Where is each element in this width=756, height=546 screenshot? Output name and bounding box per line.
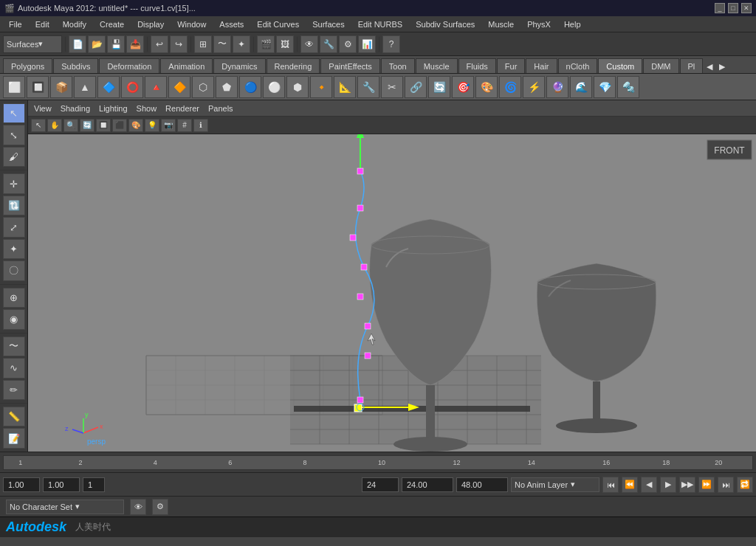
anim-layer-dropdown[interactable]: No Anim Layer▾	[511, 477, 599, 492]
shelf-icon-25[interactable]: 🌊	[570, 76, 592, 98]
menu-create[interactable]: Create	[94, 18, 130, 30]
open-btn[interactable]: 📂	[88, 35, 106, 53]
shelf-icon-14[interactable]: 🔸	[310, 76, 332, 98]
shelf-icon-21[interactable]: 🎨	[475, 76, 498, 98]
shelf-tab-toon[interactable]: Toon	[381, 58, 415, 73]
shelf-tab-arrow-left[interactable]: ◀	[704, 61, 715, 73]
vp-grid-btn[interactable]: #	[177, 119, 192, 132]
shelf-tab-polygons[interactable]: Polygons	[3, 58, 52, 73]
vp-menu-show[interactable]: Show	[137, 104, 157, 113]
tool-settings-btn[interactable]: ⚙	[339, 35, 357, 53]
vp-texture-btn[interactable]: 🎨	[128, 119, 143, 132]
shelf-tab-hair[interactable]: Hair	[526, 58, 557, 73]
playback-speed-field[interactable]: 1.00	[43, 477, 80, 492]
vp-pan-btn[interactable]: ✋	[47, 119, 62, 132]
vp-smooth-btn[interactable]: ⬛	[112, 119, 127, 132]
measure-tool[interactable]: 📏	[3, 407, 25, 426]
universal-tool[interactable]: ✦	[3, 239, 25, 259]
vp-light-btn[interactable]: 💡	[145, 119, 159, 132]
shelf-icon-13[interactable]: ⬢	[286, 76, 309, 98]
menu-edit-nurbs[interactable]: Edit NURBS	[352, 18, 409, 30]
close-button[interactable]: ✕	[741, 3, 752, 13]
maximize-button[interactable]: □	[728, 3, 738, 13]
shelf-icon-2[interactable]: 🔲	[27, 76, 49, 98]
range-start-field[interactable]: 24	[362, 477, 399, 492]
char-set-dropdown[interactable]: No Character Set▾	[6, 500, 124, 514]
vp-menu-renderer[interactable]: Renderer	[165, 104, 199, 113]
titlebar-controls[interactable]: _ □ ✕	[715, 3, 752, 13]
paint-select-tool[interactable]: 🖌	[3, 147, 25, 167]
frame-field[interactable]: 1	[83, 477, 105, 492]
shelf-tab-ncloth[interactable]: nCloth	[558, 58, 598, 73]
shelf-tab-muscle[interactable]: Muscle	[416, 58, 458, 73]
shelf-icon-26[interactable]: 💎	[594, 76, 616, 98]
shelf-icon-19[interactable]: 🔄	[428, 76, 450, 98]
timeline-area[interactable]: 1 2 4 6 8 10 12 14 16 18 20	[3, 455, 753, 470]
shelf-tab-fluids[interactable]: Fluids	[458, 58, 496, 73]
shelf-icon-9[interactable]: ⬡	[192, 76, 214, 98]
shelf-tab-animation[interactable]: Animation	[160, 58, 213, 73]
shelf-tab-custom[interactable]: Custom	[598, 58, 642, 73]
transport-goto-end[interactable]: ⏭	[718, 477, 734, 493]
menu-edit[interactable]: Edit	[30, 18, 55, 30]
shelf-tab-dynamics[interactable]: Dynamics	[213, 58, 265, 73]
shelf-icon-15[interactable]: 📐	[334, 76, 356, 98]
shelf-icon-4[interactable]: ▲	[74, 76, 96, 98]
scale-tool[interactable]: ⤢	[3, 217, 25, 237]
save-btn[interactable]: 💾	[107, 35, 125, 53]
annotation-tool[interactable]: 📝	[3, 428, 25, 448]
move-tool[interactable]: ✛	[3, 173, 25, 193]
transport-next-key[interactable]: ⏩	[698, 477, 715, 493]
status-icon-1[interactable]: 👁	[130, 499, 146, 515]
shelf-icon-11[interactable]: 🔵	[239, 76, 261, 98]
minimize-button[interactable]: _	[715, 3, 725, 13]
render-btn[interactable]: 🎬	[257, 35, 275, 53]
menu-window[interactable]: Window	[171, 18, 212, 30]
vp-menu-view[interactable]: View	[34, 104, 52, 113]
shelf-icon-5[interactable]: 🔷	[97, 76, 120, 98]
menu-help[interactable]: Help	[558, 18, 587, 30]
help-btn[interactable]: ?	[382, 35, 400, 53]
sculpt-tool[interactable]: ◉	[3, 309, 25, 329]
import-btn[interactable]: 📥	[126, 35, 144, 53]
shelf-icon-18[interactable]: 🔗	[405, 76, 427, 98]
shelf-tab-rendering[interactable]: Rendering	[267, 58, 320, 73]
menu-physx[interactable]: PhysX	[521, 18, 557, 30]
lasso-tool[interactable]: ⤡	[3, 125, 25, 145]
shelf-icon-1[interactable]: ⬜	[3, 76, 25, 98]
current-time-field[interactable]: 1.00	[3, 477, 40, 492]
shelf-tab-subdivs[interactable]: Subdivs	[53, 58, 98, 73]
shelf-icon-10[interactable]: ⬟	[216, 76, 238, 98]
snap-grid-btn[interactable]: ⊞	[194, 35, 212, 53]
menu-subdiv[interactable]: Subdiv Surfaces	[410, 18, 481, 30]
transport-goto-start[interactable]: ⏮	[602, 477, 619, 493]
shelf-tab-painteffects[interactable]: PaintEffects	[320, 58, 380, 73]
rotate-tool[interactable]: 🔃	[3, 196, 25, 215]
shelf-icon-23[interactable]: ⚡	[523, 76, 545, 98]
menu-modify[interactable]: Modify	[57, 18, 92, 30]
transport-step-fwd[interactable]: ▶▶	[679, 477, 695, 493]
new-file-btn[interactable]: 📄	[69, 35, 86, 53]
menu-display[interactable]: Display	[131, 18, 170, 30]
shelf-tab-deformation[interactable]: Deformation	[99, 58, 159, 73]
vp-menu-panels[interactable]: Panels	[208, 104, 233, 113]
shelf-icon-24[interactable]: 🔮	[546, 76, 568, 98]
vp-wire-btn[interactable]: 🔲	[96, 119, 111, 132]
soft-mod-tool[interactable]: 〇	[3, 260, 25, 280]
shelf-icon-7[interactable]: 🔺	[145, 76, 167, 98]
shelf-icon-16[interactable]: 🔧	[357, 76, 379, 98]
shelf-icon-12[interactable]: ⚪	[263, 76, 285, 98]
vp-menu-shading[interactable]: Shading	[61, 104, 90, 113]
snap-point-btn[interactable]: ✦	[233, 35, 250, 53]
transport-prev-key[interactable]: ⏪	[622, 477, 638, 493]
show-manip[interactable]: ⊕	[3, 288, 25, 308]
show-hide-btn[interactable]: 👁	[300, 35, 318, 53]
shelf-icon-20[interactable]: 🎯	[452, 76, 474, 98]
shelf-icon-6[interactable]: ⭕	[121, 76, 143, 98]
shelf-tab-pl[interactable]: Pl	[680, 58, 704, 73]
shelf-tab-dmm[interactable]: DMM	[643, 58, 678, 73]
shelf-tab-arrow-right[interactable]: ▶	[716, 61, 728, 73]
shelf-tab-fur[interactable]: Fur	[497, 58, 526, 73]
pencil-curve[interactable]: ✏	[3, 380, 25, 400]
time-field[interactable]: 24.00	[402, 477, 453, 492]
